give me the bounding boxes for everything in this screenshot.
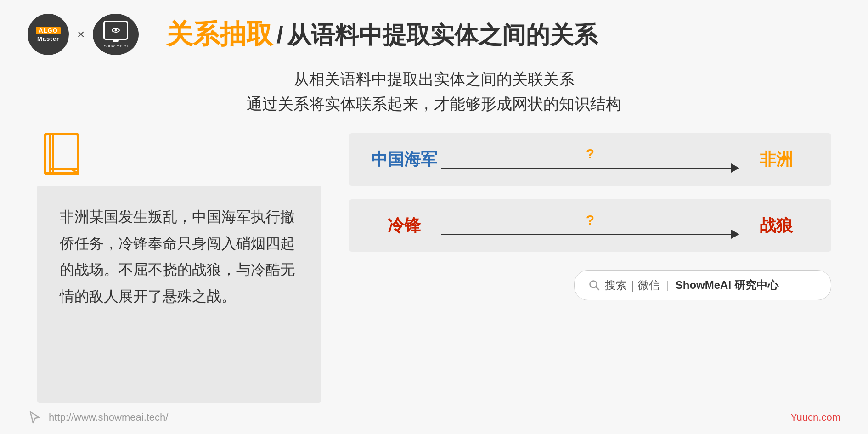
- arrow-line-1: [441, 163, 739, 173]
- arrow-head-2: [731, 230, 739, 239]
- entity-right-1: 非洲: [739, 148, 813, 171]
- svg-rect-1: [50, 134, 53, 174]
- search-divider: |: [666, 279, 669, 291]
- showme-screen: [103, 21, 128, 40]
- subtitle-line1: 从相关语料中提取出实体之间的关联关系: [37, 69, 831, 90]
- text-content: 非洲某国发生叛乱，中国海军执行撤侨任务，冷锋奉命只身闯入硝烟四起的战场。不屈不挠…: [60, 204, 299, 310]
- arrow-container-1: ?: [441, 146, 739, 173]
- footer-left: http://www.showmeai.tech/: [28, 410, 168, 425]
- book-icon-wrap: [37, 129, 321, 181]
- arrow-shaft-2: [441, 234, 731, 235]
- question-mark-1: ?: [586, 146, 594, 162]
- svg-line-4: [596, 287, 599, 290]
- cursor-icon: [28, 410, 42, 425]
- showme-logo: Show Me AI: [93, 14, 139, 55]
- main-row: 非洲某国发生叛乱，中国海军执行撤侨任务，冷锋奉命只身闯入硝烟四起的战场。不屈不挠…: [37, 129, 831, 403]
- algo-master-logo: ALGO Master: [28, 14, 69, 55]
- search-icon: [588, 279, 600, 291]
- search-brand: ShowMeAI 研究中心: [676, 278, 778, 293]
- left-panel: 非洲某国发生叛乱，中国海军执行撤侨任务，冷锋奉命只身闯入硝烟四起的战场。不屈不挠…: [37, 129, 321, 403]
- title-black: 从语料中提取实体之间的关系: [287, 19, 597, 51]
- text-box: 非洲某国发生叛乱，中国海军执行撤侨任务，冷锋奉命只身闯入硝烟四起的战场。不屈不挠…: [37, 186, 321, 403]
- relation-row-2: 冷锋 ? 战狼: [349, 199, 831, 252]
- footer-watermark: Yuucn.com: [790, 411, 840, 423]
- showme-eye: [112, 28, 120, 33]
- arrow-line-2: [441, 230, 739, 239]
- subtitle-block: 从相关语料中提取出实体之间的关联关系 通过关系将实体联系起来，才能够形成网状的知…: [37, 69, 831, 115]
- search-bar[interactable]: 搜索｜微信 | ShowMeAI 研究中心: [574, 270, 831, 300]
- master-text: Master: [37, 35, 59, 42]
- footer-url: http://www.showmeai.tech/: [49, 411, 168, 423]
- entity-left-1: 中国海军: [367, 148, 441, 171]
- search-placeholder: 搜索｜微信: [605, 278, 660, 293]
- title-slash: /: [276, 21, 283, 49]
- logo-group: ALGO Master × Show Me AI: [28, 14, 139, 55]
- header: ALGO Master × Show Me AI 关系抽取 / 从语料中提取实体…: [0, 0, 868, 64]
- x-divider: ×: [77, 27, 85, 42]
- algo-text: ALGO: [36, 27, 61, 34]
- showme-ai-text: Show Me AI: [104, 44, 128, 48]
- arrow-container-2: ?: [441, 212, 739, 239]
- header-title: 关系抽取 / 从语料中提取实体之间的关系: [166, 17, 597, 52]
- arrow-head-1: [731, 163, 739, 173]
- arrow-shaft-1: [441, 168, 731, 169]
- right-panel: 中国海军 ? 非洲 冷锋 ?: [349, 129, 831, 403]
- question-mark-2: ?: [586, 212, 594, 228]
- main-container: ALGO Master × Show Me AI 关系抽取 / 从语料中提取实体…: [0, 0, 868, 434]
- book-icon: [37, 129, 87, 179]
- content-area: 从相关语料中提取出实体之间的关联关系 通过关系将实体联系起来，才能够形成网状的知…: [0, 64, 868, 403]
- subtitle-line2: 通过关系将实体联系起来，才能够形成网状的知识结构: [37, 94, 831, 115]
- entity-left-2: 冷锋: [367, 214, 441, 237]
- entity-right-2: 战狼: [739, 214, 813, 237]
- relation-row-1: 中国海军 ? 非洲: [349, 133, 831, 186]
- title-orange: 关系抽取: [166, 17, 273, 52]
- footer: http://www.showmeai.tech/ Yuucn.com: [0, 403, 868, 434]
